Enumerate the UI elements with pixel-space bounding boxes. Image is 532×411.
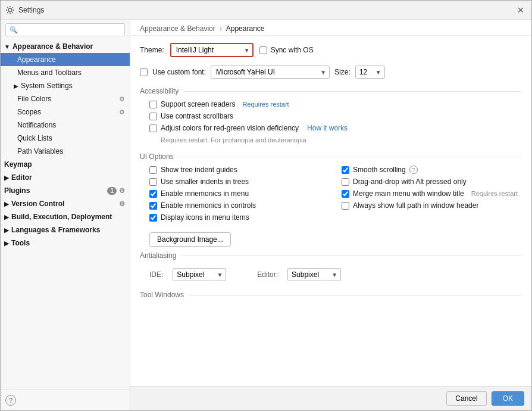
search-box[interactable]: 🔍 (5, 23, 125, 36)
close-button[interactable]: ✕ (515, 4, 527, 16)
sidebar-item-label: Editor (11, 173, 32, 182)
expand-arrow: ▶ (4, 201, 9, 207)
ide-antialias-label: IDE: (149, 270, 163, 279)
smaller-indents-label[interactable]: Use smaller indents in trees (161, 178, 249, 186)
antialiasing-title: Antialiasing (140, 251, 176, 260)
sidebar-item-appearance[interactable]: Appearance (1, 53, 130, 66)
sidebar-item-label: Path Variables (17, 147, 63, 155)
ide-antialias-select[interactable]: Subpixel Greyscale None (173, 268, 226, 281)
smooth-scrolling-info-icon[interactable]: ? (409, 166, 418, 174)
sidebar-item-languages-frameworks[interactable]: ▶ Languages & Frameworks (1, 223, 130, 236)
sidebar-item-scopes[interactable]: Scopes ⚙ (1, 105, 130, 119)
gear-icon: ⚙ (119, 200, 125, 208)
window-title: Settings (18, 6, 515, 14)
sidebar-item-plugins[interactable]: Plugins 1 ⚙ (1, 184, 130, 197)
adjust-colors-label[interactable]: Adjust colors for red-green vision defic… (161, 124, 299, 132)
always-show-path-label[interactable]: Always show full path in window header (353, 201, 478, 210)
theme-select[interactable]: IntelliJ Light Darcula High Contrast (170, 43, 254, 57)
adjust-colors-checkbox[interactable] (149, 124, 157, 132)
sidebar-item-file-colors[interactable]: File Colors ⚙ (1, 92, 130, 105)
expand-arrow: ▶ (4, 227, 9, 233)
sidebar-item-notifications[interactable]: Notifications (1, 119, 130, 132)
show-tree-indent-label[interactable]: Show tree indent guides (161, 166, 237, 174)
merge-main-menu-label[interactable]: Merge main menu with window title (353, 189, 464, 198)
sidebar-item-label: Notifications (17, 121, 56, 129)
smooth-scrolling-label[interactable]: Smooth scrolling (353, 166, 406, 174)
how-it-works-link[interactable]: How it works (307, 124, 348, 132)
sidebar-item-editor[interactable]: ▶ Editor (1, 171, 130, 184)
cancel-button[interactable]: Cancel (446, 391, 486, 406)
sync-with-os-row: Sync with OS (259, 46, 314, 54)
ui-options-left: Show tree indent guides Use smaller inde… (149, 166, 330, 225)
ui-options-section-title: UI Options (140, 152, 522, 161)
mnemonics-menu-row: Enable mnemonics in menu (149, 189, 330, 198)
drag-drop-label[interactable]: Drag-and-drop with Alt pressed only (353, 178, 467, 186)
sidebar-item-build-execution[interactable]: ▶ Build, Execution, Deployment (1, 210, 130, 223)
sidebar-item-version-control[interactable]: ▶ Version Control ⚙ (1, 197, 130, 210)
editor-antialias-select[interactable]: Subpixel Greyscale None (287, 268, 341, 281)
sync-with-os-checkbox[interactable] (259, 46, 267, 54)
mnemonics-controls-checkbox[interactable] (149, 202, 157, 210)
font-select[interactable]: Microsoft YaHei UI (211, 66, 330, 79)
ok-button[interactable]: OK (492, 391, 524, 406)
smooth-scrolling-row: Smooth scrolling ? (342, 166, 522, 174)
tool-windows-title: Tool Windows (140, 291, 184, 299)
expand-arrow: ▼ (4, 43, 10, 50)
ui-options-right: Smooth scrolling ? Drag-and-drop with Al… (342, 166, 522, 225)
smaller-indents-checkbox[interactable] (149, 178, 157, 186)
search-icon: 🔍 (10, 26, 18, 34)
show-tree-indent-checkbox[interactable] (149, 166, 157, 174)
breadcrumb-separator: › (220, 24, 222, 33)
settings-panel: Theme: IntelliJ Light Darcula High Contr… (130, 36, 531, 386)
mnemonics-controls-label[interactable]: Enable mnemonics in controls (161, 201, 256, 210)
sidebar-item-label: Plugins (4, 186, 30, 195)
background-image-button[interactable]: Background Image... (149, 232, 231, 247)
size-label: Size: (334, 68, 351, 76)
merge-main-menu-row: Merge main menu with window title Requir… (342, 189, 522, 198)
gear-icon: ⚙ (119, 187, 125, 195)
contrast-scrollbars-checkbox[interactable] (149, 113, 157, 120)
size-select[interactable]: 12 13 14 (355, 66, 385, 79)
sidebar-item-label: Quick Lists (17, 134, 52, 142)
adjust-colors-row: Adjust colors for red-green vision defic… (149, 124, 522, 132)
mnemonics-menu-checkbox[interactable] (149, 190, 157, 198)
ide-antialias-select-wrapper: Subpixel Greyscale None ▼ (173, 268, 226, 281)
sync-with-os-label[interactable]: Sync with OS (271, 46, 314, 54)
search-input[interactable] (20, 26, 121, 34)
sidebar-item-label: Languages & Frameworks (11, 226, 100, 234)
sidebar-item-system-settings[interactable]: ▶ System Settings (1, 79, 130, 92)
sidebar-item-appearance-behavior[interactable]: ▼ Appearance & Behavior (1, 40, 130, 53)
display-icons-checkbox[interactable] (149, 214, 157, 222)
support-screen-readers-row: Support screen readers Requires restart (149, 100, 522, 108)
gear-icon: ⚙ (119, 108, 125, 116)
sidebar: 🔍 ▼ Appearance & Behavior Appearance Men… (1, 20, 130, 410)
sidebar-item-keymap[interactable]: Keymap (1, 158, 130, 171)
sidebar-item-menus-toolbars[interactable]: Menus and Toolbars (1, 66, 130, 79)
size-select-wrapper: 12 13 14 ▼ (355, 66, 385, 79)
sidebar-item-label: Build, Execution, Deployment (11, 213, 112, 221)
sidebar-item-path-variables[interactable]: Path Variables (1, 145, 130, 158)
sidebar-item-quick-lists[interactable]: Quick Lists (1, 132, 130, 145)
sidebar-item-tools[interactable]: ▶ Tools (1, 236, 130, 250)
always-show-path-checkbox[interactable] (342, 202, 349, 210)
smooth-scrolling-checkbox[interactable] (342, 166, 349, 174)
mnemonics-menu-label[interactable]: Enable mnemonics in menu (161, 189, 249, 198)
drag-drop-checkbox[interactable] (342, 178, 349, 186)
help-button[interactable]: ? (1, 390, 130, 410)
merge-requires-restart: Requires restart (471, 190, 518, 197)
contrast-scrollbars-label[interactable]: Use contrast scrollbars (161, 112, 233, 120)
plugins-badge: 1 (107, 187, 117, 195)
font-row: Use custom font: Microsoft YaHei UI ▼ Si… (140, 66, 522, 79)
titlebar: Settings ✕ (1, 1, 531, 20)
svg-point-0 (8, 8, 12, 12)
custom-font-checkbox[interactable] (140, 68, 148, 76)
merge-main-menu-checkbox[interactable] (342, 190, 349, 198)
custom-font-label[interactable]: Use custom font: (152, 68, 206, 76)
question-icon: ? (5, 395, 16, 406)
screen-readers-checkbox[interactable] (149, 101, 157, 108)
screen-readers-label[interactable]: Support screen readers (161, 100, 235, 108)
display-icons-label[interactable]: Display icons in menu items (161, 213, 249, 222)
settings-window: Settings ✕ 🔍 ▼ Appearance & Behavior App… (0, 0, 532, 411)
sidebar-item-label: Version Control (11, 200, 64, 208)
sidebar-item-label: Menus and Toolbars (17, 68, 82, 77)
